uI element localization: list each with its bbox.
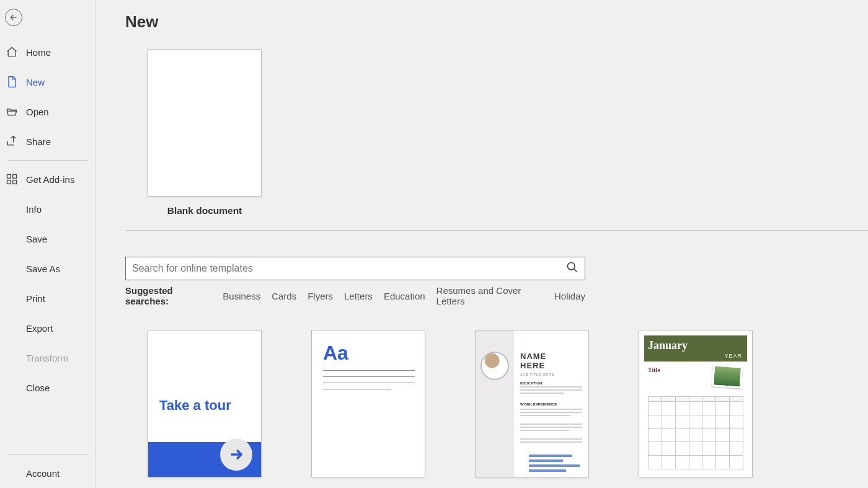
sidebar-item-label: Share <box>26 136 51 147</box>
avatar-icon <box>480 352 509 380</box>
search-hint-holiday[interactable]: Holiday <box>554 291 585 301</box>
back-button[interactable] <box>5 9 22 26</box>
sidebar-item-info[interactable]: Info <box>0 194 95 224</box>
svg-rect-0 <box>7 175 11 179</box>
sidebar-item-get-addins[interactable]: Get Add-ins <box>0 164 95 194</box>
arrow-left-icon <box>9 12 19 22</box>
sidebar-item-label: Home <box>26 47 51 58</box>
template-thumbnail <box>148 49 262 197</box>
sidebar-item-label: Open <box>26 107 49 117</box>
sidebar-divider <box>7 454 87 455</box>
template-thumbnail: NAMEHERE JOB TITLE HERE EDUCATION WORK E… <box>475 330 589 477</box>
sidebar-item-label: Transform <box>26 353 68 363</box>
sidebar-item-new[interactable]: New <box>0 67 95 97</box>
sample-text: Aa <box>323 342 348 365</box>
template-blank-document[interactable]: Blank document <box>148 49 262 216</box>
sidebar-item-label: Info <box>26 204 42 215</box>
document-icon <box>5 75 19 89</box>
sidebar-item-open[interactable]: Open <box>0 97 95 126</box>
template-label: Blank document <box>167 205 242 216</box>
sidebar-item-transform: Transform <box>0 343 95 373</box>
sidebar-item-label: New <box>26 77 45 87</box>
sidebar-item-print[interactable]: Print <box>0 283 95 313</box>
template-welcome-to-word[interactable]: Take a tour Welcome to Word <box>148 330 262 488</box>
sidebar-item-label: Get Add-ins <box>26 174 74 185</box>
search-icon[interactable] <box>566 261 578 276</box>
sidebar-item-save[interactable]: Save <box>0 224 95 254</box>
folder-open-icon <box>5 105 19 118</box>
sidebar-item-save-as[interactable]: Save As <box>0 254 95 283</box>
sidebar-divider <box>7 160 87 161</box>
sidebar-item-label: Account <box>26 468 60 479</box>
photo-icon <box>712 364 743 388</box>
template-thumbnail: January YEAR Title <box>639 330 753 477</box>
sidebar-item-home[interactable]: Home <box>0 37 95 67</box>
sidebar-item-share[interactable]: Share <box>0 126 95 156</box>
template-thumbnail: Aa <box>311 330 425 477</box>
template-bold-modern-resume[interactable]: NAMEHERE JOB TITLE HERE EDUCATION WORK E… <box>475 330 589 488</box>
arrow-right-circle-icon <box>220 438 252 471</box>
home-icon <box>5 45 19 59</box>
search-hint-education[interactable]: Education <box>384 291 425 301</box>
template-thumbnail: Take a tour <box>148 330 262 477</box>
template-single-spaced[interactable]: Aa Single spaced (blank) <box>311 330 425 488</box>
sidebar-item-label: Save <box>26 234 47 244</box>
svg-rect-2 <box>7 180 11 184</box>
search-hint-letters[interactable]: Letters <box>344 291 373 301</box>
template-snapshot-calendar[interactable]: January YEAR Title Snapshot calen <box>639 330 753 488</box>
svg-point-4 <box>568 263 575 270</box>
sidebar-item-label: Export <box>26 323 53 334</box>
svg-rect-1 <box>13 175 17 179</box>
template-search-box[interactable] <box>125 257 585 280</box>
sidebar-item-close[interactable]: Close <box>0 373 95 402</box>
search-hint-resumes[interactable]: Resumes and Cover Letters <box>436 285 543 306</box>
addins-icon <box>5 172 19 186</box>
svg-rect-3 <box>13 180 17 184</box>
sidebar-item-label: Close <box>26 383 50 393</box>
sidebar-item-label: Print <box>26 293 45 304</box>
suggested-searches: Suggested searches: Business Cards Flyer… <box>125 285 585 306</box>
share-icon <box>5 135 19 148</box>
tour-text: Take a tour <box>159 397 231 414</box>
sidebar-item-account[interactable]: Account <box>0 458 95 488</box>
sidebar-item-export[interactable]: Export <box>0 313 95 343</box>
page-title: New <box>125 12 868 32</box>
search-hint-business[interactable]: Business <box>223 291 260 301</box>
search-input[interactable] <box>132 263 566 274</box>
main-panel: New Blank document Suggested searches: B… <box>95 0 868 488</box>
search-hint-flyers[interactable]: Flyers <box>308 291 333 301</box>
suggested-searches-label: Suggested searches: <box>125 285 211 306</box>
backstage-sidebar: Home New Open Share Get Add-ins Info Sav… <box>0 0 95 488</box>
section-divider <box>125 230 868 231</box>
sidebar-item-label: Save As <box>26 264 60 274</box>
search-hint-cards[interactable]: Cards <box>272 291 296 301</box>
